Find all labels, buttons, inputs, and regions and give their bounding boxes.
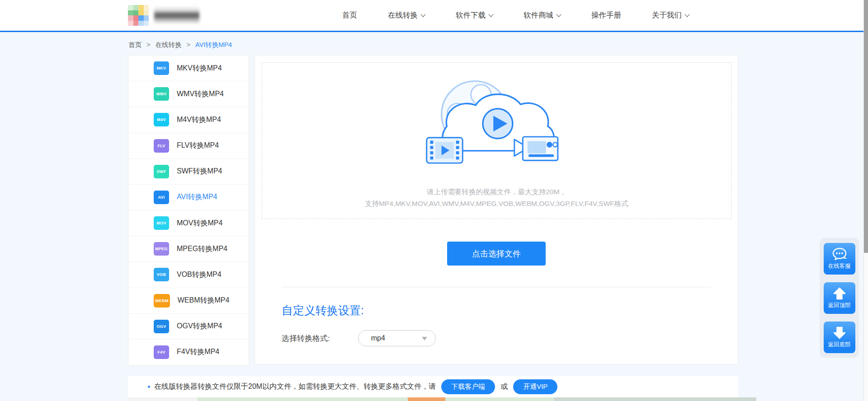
arrow-down-icon xyxy=(833,326,846,340)
sidebar-item-mov[interactable]: MOVMOV转换MP4 xyxy=(128,210,249,236)
mpeg-badge-icon: MPEG xyxy=(154,242,169,256)
cloud-video-illustration-icon xyxy=(422,73,571,167)
sidebar-item-webm[interactable]: WEBMWEBM转换MP4 xyxy=(128,288,249,314)
sidebar-item-label: WMV转换MP4 xyxy=(177,89,224,99)
nav-item-software-download[interactable]: 软件下载 xyxy=(456,10,493,20)
logo-text-redacted xyxy=(154,7,199,23)
back-to-bottom-button[interactable]: 返回底部 xyxy=(824,322,855,353)
footer-edge-strip xyxy=(128,397,756,401)
nav-item-manual[interactable]: 操作手册 xyxy=(591,10,621,20)
sidebar-item-label: M4V转换MP4 xyxy=(177,115,221,125)
sidebar-item-mpeg[interactable]: MPEGMPEG转换MP4 xyxy=(128,236,249,262)
select-file-button[interactable]: 点击选择文件 xyxy=(447,242,546,266)
upload-dropzone[interactable]: 请上传需要转换的视频文件，最大支持20M， 支持MP4,MKV,MOV,AVI,… xyxy=(262,62,731,219)
breadcrumb-online-convert[interactable]: 在线转换 xyxy=(156,41,182,48)
chat-icon xyxy=(832,247,847,261)
mkv-badge-icon: MKV xyxy=(154,61,169,75)
settings-divider xyxy=(282,287,712,287)
nav-item-about[interactable]: 关于我们 xyxy=(652,10,689,20)
footer-strip-segment xyxy=(128,397,198,401)
sidebar-item-wmv[interactable]: WMVWMV转换MP4 xyxy=(128,81,249,107)
logo-mosaic-cell xyxy=(138,5,144,10)
logo-mosaic-cell xyxy=(138,10,144,16)
upload-hint: 请上传需要转换的视频文件，最大支持20M， 支持MP4,MKV,MOV,AVI,… xyxy=(262,186,731,210)
scrollbar-track xyxy=(863,0,868,401)
sidebar-item-m4v[interactable]: M4VM4V转换MP4 xyxy=(128,107,249,133)
breadcrumb: 首页 > 在线转换 > AVI转换MP4 xyxy=(128,41,232,49)
nav-label: 关于我们 xyxy=(652,10,682,20)
logo-mosaic-cell xyxy=(128,15,133,21)
notice-or-text: 或 xyxy=(500,382,508,392)
floating-panel: 在线客服 返回顶部 返回底部 xyxy=(820,238,859,358)
sidebar-item-label: SWF转换MP4 xyxy=(177,167,222,176)
breadcrumb-home[interactable]: 首页 xyxy=(128,41,142,48)
format-row: 选择转换格式: mp4 xyxy=(282,330,436,346)
logo-mosaic-cell xyxy=(144,5,149,10)
mov-badge-icon: MOV xyxy=(154,216,169,230)
flv-badge-icon: FLV xyxy=(154,139,169,153)
breadcrumb-separator: > xyxy=(146,41,150,48)
format-select-label: 选择转换格式: xyxy=(282,333,330,344)
sidebar-item-label: F4V转换MP4 xyxy=(177,347,219,357)
format-sidebar: MKVMKV转换MP4 WMVWMV转换MP4 M4VM4V转换MP4 FLVF… xyxy=(128,55,249,365)
nav-label: 操作手册 xyxy=(591,10,621,20)
nav-item-online-convert[interactable]: 在线转换 xyxy=(388,10,425,20)
logo-mosaic-icon xyxy=(128,5,149,26)
breadcrumb-separator: > xyxy=(187,41,190,48)
vob-badge-icon: VOB xyxy=(154,268,169,281)
nav-label: 首页 xyxy=(342,10,357,20)
wmv-badge-icon: WMV xyxy=(154,87,169,101)
notice-text: 在线版转换器转换文件仅限于20M以内文件，如需转换更大文件、转换更多格式文件，请 xyxy=(154,382,436,392)
converter-card: 请上传需要转换的视频文件，最大支持20M， 支持MP4,MKV,MOV,AVI,… xyxy=(255,55,738,364)
nav-item-home[interactable]: 首页 xyxy=(342,10,357,20)
open-vip-button[interactable]: 开通VIP xyxy=(513,379,557,394)
upload-hint-line1: 请上传需要转换的视频文件，最大支持20M， xyxy=(262,186,731,198)
webm-badge-icon: WEBM xyxy=(154,294,170,308)
sidebar-item-label: AVI转换MP4 xyxy=(177,192,217,202)
sidebar-item-avi-active[interactable]: AVIAVI转换MP4 xyxy=(128,185,249,210)
logo-mosaic-cell xyxy=(138,21,144,26)
float-button-label: 返回底部 xyxy=(828,341,851,349)
logo-mosaic-cell xyxy=(144,15,149,21)
logo-mosaic-cell xyxy=(144,21,149,26)
sidebar-item-ogv[interactable]: OGVOGV转换MP4 xyxy=(128,314,249,340)
swf-badge-icon: SWF xyxy=(154,165,169,178)
logo[interactable] xyxy=(128,5,199,26)
sidebar-item-flv[interactable]: FLVFLV转换MP4 xyxy=(128,133,249,159)
sidebar-item-label: MKV转换MP4 xyxy=(177,64,222,73)
sidebar-item-vob[interactable]: VOBVOB转换MP4 xyxy=(128,262,249,288)
chevron-down-icon xyxy=(488,12,493,17)
nav-item-software-store[interactable]: 软件商城 xyxy=(524,10,561,20)
nav-label: 软件下载 xyxy=(456,10,486,20)
scrollbar-thumb[interactable] xyxy=(864,0,868,253)
header: 首页 在线转换 软件下载 软件商城 操作手册 关于我们 xyxy=(0,0,868,32)
download-client-button[interactable]: 下载客户端 xyxy=(441,379,495,394)
notice-bar: 在线版转换器转换文件仅限于20M以内文件，如需转换更大文件、转换更多格式文件，请… xyxy=(128,376,738,397)
back-to-top-button[interactable]: 返回顶部 xyxy=(824,282,855,314)
chevron-down-icon xyxy=(420,12,425,17)
float-button-label: 返回顶部 xyxy=(828,302,851,309)
sidebar-item-swf[interactable]: SWFSWF转换MP4 xyxy=(128,159,249,185)
sidebar-item-label: WEBM转换MP4 xyxy=(178,296,230,305)
chevron-down-icon xyxy=(684,12,689,17)
sidebar-item-label: MPEG转换MP4 xyxy=(177,244,227,254)
online-service-button[interactable]: 在线客服 xyxy=(824,243,855,275)
sidebar-item-label: FLV转换MP4 xyxy=(177,141,219,150)
sidebar-item-f4v[interactable]: F4VF4V转换MP4 xyxy=(128,340,249,365)
m4v-badge-icon: M4V xyxy=(154,113,169,126)
settings-title: 自定义转换设置: xyxy=(282,303,364,318)
sidebar-item-label: OGV转换MP4 xyxy=(177,322,222,331)
footer-strip-segment xyxy=(554,397,756,401)
format-select[interactable]: mp4 xyxy=(358,330,436,346)
main-nav: 首页 在线转换 软件下载 软件商城 操作手册 关于我们 xyxy=(342,0,689,31)
logo-mosaic-cell xyxy=(138,15,144,21)
logo-mosaic-cell xyxy=(133,21,139,26)
upload-hint-line2: 支持MP4,MKV,MOV,AVI,WMV,M4V,MPEG,VOB,WEBM,… xyxy=(262,198,731,210)
sidebar-item-mkv[interactable]: MKVMKV转换MP4 xyxy=(128,56,249,81)
footer-strip-segment xyxy=(198,397,408,401)
nav-label: 在线转换 xyxy=(388,10,418,20)
chevron-down-icon xyxy=(556,12,561,17)
footer-strip-segment xyxy=(445,397,554,401)
logo-mosaic-cell xyxy=(128,21,133,26)
float-button-label: 在线客服 xyxy=(828,262,851,270)
